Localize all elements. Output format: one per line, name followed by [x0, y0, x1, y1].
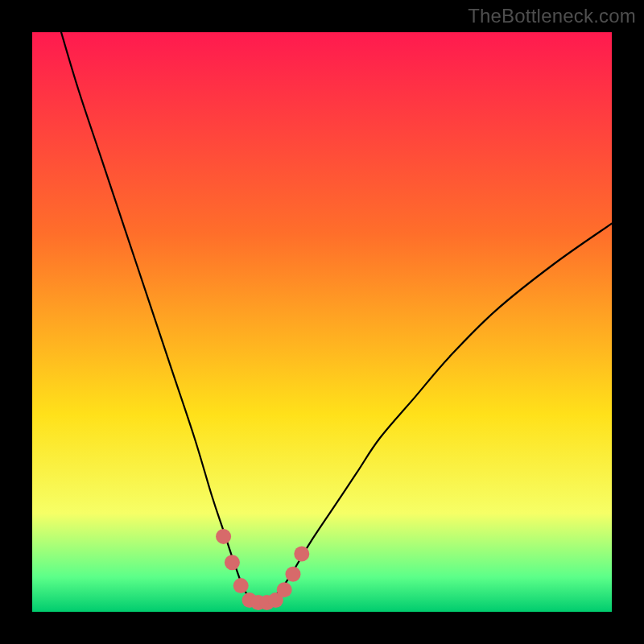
curve-marker	[277, 582, 292, 597]
curve-marker	[233, 578, 249, 593]
curve-marker	[225, 555, 240, 570]
plot-area	[32, 32, 612, 612]
curve-marker	[216, 529, 231, 544]
chart-svg	[32, 32, 612, 612]
curve-marker	[286, 567, 301, 582]
curve-marker	[294, 547, 309, 562]
chart-frame: TheBottleneck.com	[0, 0, 644, 644]
attribution-label: TheBottleneck.com	[468, 5, 636, 27]
